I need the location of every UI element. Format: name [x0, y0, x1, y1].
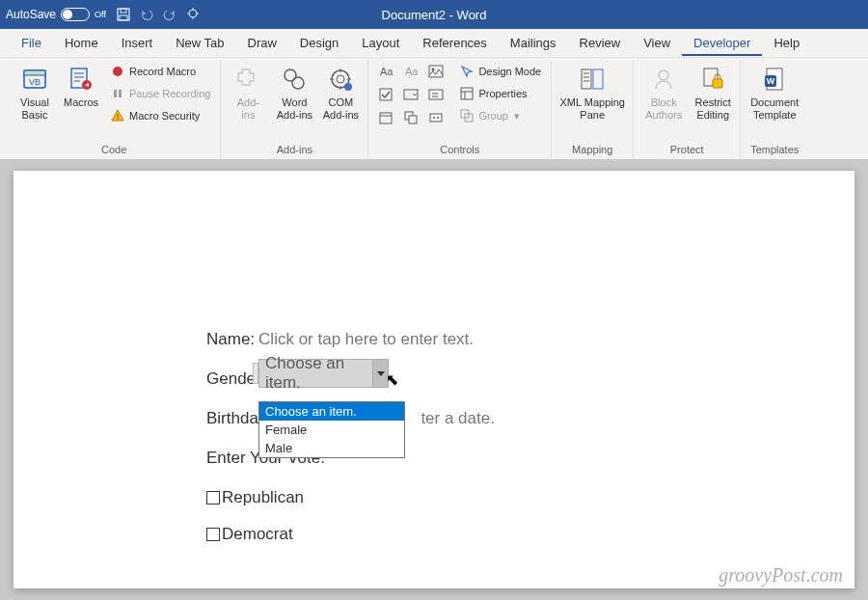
- tab-references[interactable]: References: [411, 30, 498, 56]
- tab-newtab[interactable]: New Tab: [164, 30, 235, 56]
- svg-text:VB: VB: [29, 77, 41, 87]
- cursor-icon: ⬉: [386, 370, 398, 389]
- record-icon: [110, 64, 125, 79]
- legacy-tools-icon[interactable]: [424, 107, 448, 128]
- picture-control-icon[interactable]: [424, 61, 448, 82]
- redo-icon[interactable]: [162, 7, 177, 22]
- warning-icon: !: [110, 108, 125, 123]
- watermark: groovyPost.com: [719, 564, 843, 586]
- design-mode-button[interactable]: Design Mode: [455, 61, 545, 82]
- group-code-label: Code: [101, 142, 126, 159]
- birthday-placeholder[interactable]: ter a date.: [420, 409, 495, 428]
- gender-dropdown[interactable]: Choose an item.: [258, 359, 389, 388]
- svg-rect-11: [119, 90, 122, 97]
- gender-dropdown-list: Choose an item. Female Male: [258, 401, 405, 458]
- pause-icon: [110, 86, 125, 101]
- touch-mode-icon[interactable]: [185, 7, 201, 22]
- block-authors-icon: [648, 64, 679, 95]
- group-mapping: XML Mapping Pane Mapping: [552, 61, 634, 159]
- combobox-control-icon[interactable]: [399, 84, 422, 105]
- republican-option[interactable]: Republican: [206, 488, 854, 507]
- document-template-icon: W: [759, 64, 790, 95]
- svg-rect-24: [429, 90, 443, 99]
- svg-rect-1: [121, 9, 126, 13]
- tab-file[interactable]: File: [10, 30, 53, 56]
- tab-draw[interactable]: Draw: [236, 30, 288, 56]
- svg-point-3: [189, 10, 197, 17]
- document-page[interactable]: Name: Click or tap here to enter text. G…: [14, 171, 854, 588]
- group-protect-label: Protect: [670, 142, 704, 159]
- tab-layout[interactable]: Layout: [350, 30, 411, 56]
- svg-rect-27: [409, 116, 417, 123]
- autosave-state: Off: [95, 10, 106, 19]
- checkbox-icon[interactable]: [206, 491, 220, 505]
- tab-review[interactable]: Review: [568, 30, 633, 56]
- quick-access-toolbar: [116, 7, 201, 22]
- macros-label: Macros: [64, 96, 98, 109]
- ribbon: VB Visual Basic Macros Record Macro Paus…: [0, 58, 868, 159]
- tab-insert[interactable]: Insert: [110, 30, 165, 56]
- svg-rect-34: [582, 69, 591, 89]
- macro-security-button[interactable]: !Macro Security: [106, 105, 214, 126]
- checkbox-icon[interactable]: [206, 528, 220, 541]
- svg-point-29: [433, 117, 435, 119]
- rich-text-control-icon[interactable]: Aa: [374, 61, 397, 82]
- pause-recording-button: Pause Recording: [106, 83, 214, 104]
- svg-rect-22: [380, 89, 392, 100]
- svg-rect-2: [120, 15, 127, 20]
- dropdown-option-male[interactable]: Male: [259, 439, 404, 457]
- svg-text:!: !: [117, 112, 120, 122]
- visual-basic-label: Visual Basic: [20, 96, 49, 121]
- xml-mapping-button[interactable]: XML Mapping Pane: [557, 61, 627, 123]
- visual-basic-icon: VB: [19, 64, 50, 95]
- democrat-option[interactable]: Democrat: [206, 525, 854, 544]
- group-controls-label: Controls: [440, 142, 479, 159]
- tab-design[interactable]: Design: [288, 30, 350, 56]
- svg-point-9: [113, 67, 122, 76]
- word-addins-button[interactable]: Word Add-ins: [273, 61, 315, 123]
- svg-text:W: W: [767, 76, 775, 86]
- svg-text:Aa: Aa: [405, 66, 419, 77]
- tab-help[interactable]: Help: [762, 30, 811, 56]
- svg-rect-10: [114, 90, 117, 97]
- tab-view[interactable]: View: [632, 30, 682, 56]
- macros-icon: [66, 64, 96, 95]
- document-template-button[interactable]: WDocument Template: [746, 61, 802, 123]
- dropdown-option-female[interactable]: Female: [259, 421, 404, 439]
- gender-dropdown-text: Choose an item.: [259, 354, 372, 393]
- name-placeholder[interactable]: Click or tap here to enter text.: [258, 330, 474, 349]
- autosave-toggle[interactable]: AutoSave Off: [6, 8, 106, 21]
- word-addins-icon: [279, 64, 310, 95]
- repeating-control-icon[interactable]: [399, 107, 422, 128]
- tab-mailings[interactable]: Mailings: [499, 30, 568, 56]
- svg-rect-31: [461, 88, 473, 99]
- com-addins-button[interactable]: COM Add-ins: [319, 61, 362, 123]
- tab-developer[interactable]: Developer: [682, 30, 762, 56]
- dropdown-control-icon[interactable]: [424, 84, 448, 105]
- svg-point-30: [437, 117, 439, 119]
- undo-icon[interactable]: [139, 7, 154, 22]
- svg-point-17: [344, 83, 352, 91]
- properties-button[interactable]: Properties: [455, 83, 545, 104]
- date-control-icon[interactable]: [374, 107, 397, 128]
- record-macro-button[interactable]: Record Macro: [106, 61, 214, 82]
- svg-point-14: [292, 77, 304, 89]
- visual-basic-button[interactable]: VB Visual Basic: [14, 61, 56, 123]
- save-icon[interactable]: [116, 7, 131, 22]
- plain-text-control-icon[interactable]: Aa: [399, 61, 422, 82]
- block-authors-button: Block Authors: [639, 61, 688, 123]
- svg-point-36: [659, 70, 668, 80]
- document-title: Document2 - Word: [382, 8, 487, 22]
- svg-rect-38: [713, 79, 722, 88]
- group-mapping-label: Mapping: [572, 142, 612, 159]
- title-bar: AutoSave Off Document2 - Word: [0, 0, 868, 29]
- group-addins: Add- ins Word Add-ins COM Add-ins Add-in…: [221, 61, 368, 159]
- checkbox-control-icon[interactable]: [374, 84, 397, 105]
- tab-home[interactable]: Home: [53, 30, 110, 56]
- group-templates-label: Templates: [750, 142, 799, 159]
- macros-button[interactable]: Macros: [60, 61, 102, 112]
- svg-rect-5: [24, 70, 45, 75]
- dropdown-option-placeholder[interactable]: Choose an item.: [259, 402, 404, 421]
- republican-label: Republican: [222, 488, 304, 507]
- restrict-editing-button[interactable]: Restrict Editing: [692, 61, 734, 123]
